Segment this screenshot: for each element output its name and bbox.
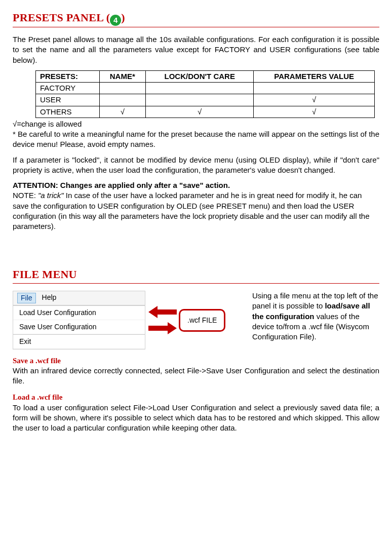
presets-panel-heading: PRESETS PANEL (4) (13, 10, 379, 27)
th-params: PARAMETERS VALUE (254, 70, 375, 82)
th-presets: PRESETS: (36, 70, 100, 82)
menu-item-load[interactable]: Load User Configuration (13, 306, 145, 320)
cell: √ (146, 106, 254, 118)
menu-item-exit[interactable]: Exit (13, 335, 145, 349)
legend-check: √=change is allowed (13, 119, 379, 129)
table-row: OTHERS √ √ √ (36, 106, 375, 118)
table-row: FACTORY (36, 83, 375, 94)
cell (254, 83, 375, 94)
attention-label: ATTENTION: Changes are applied only afte… (13, 181, 230, 189)
load-wcf-heading: Load a .wcf file (13, 392, 379, 402)
arrows-icon (148, 304, 177, 336)
presets-intro: The Preset panel allows to manage all th… (13, 34, 379, 65)
save-wcf-paragraph: With an infrared device correctly connec… (13, 366, 379, 386)
svg-marker-1 (148, 322, 177, 334)
cell: OTHERS (36, 106, 100, 118)
file-menu-row: File Help Load User Configuration Save U… (13, 291, 379, 349)
menu-help[interactable]: Help (42, 293, 57, 303)
cell (99, 94, 145, 106)
cell: √ (254, 94, 375, 106)
badge-4-icon: 4 (110, 15, 121, 26)
cell (146, 83, 254, 94)
file-menu-graphic: File Help Load User Configuration Save U… (13, 291, 243, 349)
table-header-row: PRESETS: NAME* LOCK/DON'T CARE PARAMETER… (36, 70, 375, 82)
cell: √ (99, 106, 145, 118)
menu-file[interactable]: File (17, 293, 36, 303)
heading-text-pre: PRESETS PANEL ( (13, 11, 110, 24)
note-body: In case of the user have a locked parame… (13, 191, 370, 230)
cell: FACTORY (36, 83, 100, 94)
menu-bar: File Help (13, 291, 145, 305)
cell (146, 94, 254, 106)
menu-box: File Help Load User Configuration Save U… (13, 291, 145, 349)
presets-table: PRESETS: NAME* LOCK/DON'T CARE PARAMETER… (35, 70, 375, 118)
wcf-file-box: .wcf FILE (179, 309, 225, 332)
th-lock: LOCK/DON'T CARE (146, 70, 254, 82)
file-menu-heading: FILE MENU (13, 267, 379, 284)
note-label: NOTE: (13, 191, 38, 200)
cell: √ (254, 106, 375, 118)
table-row: USER √ (36, 94, 375, 106)
menu-dropdown: Load User Configuration Save User Config… (13, 305, 145, 349)
load-wcf-paragraph: To load a user configuration select File… (13, 403, 379, 434)
heading-text-post: ) (121, 11, 125, 24)
cell (99, 83, 145, 94)
attention-note: ATTENTION: Changes are applied only afte… (13, 180, 379, 231)
locked-paragraph: If a parameter is "locked", it cannot be… (13, 155, 379, 176)
menu-item-save[interactable]: Save User Configuration (13, 320, 145, 334)
legend-name-note: * Be careful to write a meaningful name … (13, 129, 379, 150)
th-name: NAME* (99, 70, 145, 82)
save-wcf-heading: Save a .wcf file (13, 356, 379, 366)
svg-marker-0 (148, 306, 177, 318)
note-trick: "a trick" (38, 191, 64, 200)
cell: USER (36, 94, 100, 106)
file-menu-description: Using a file menu at the top left of the… (252, 291, 379, 342)
